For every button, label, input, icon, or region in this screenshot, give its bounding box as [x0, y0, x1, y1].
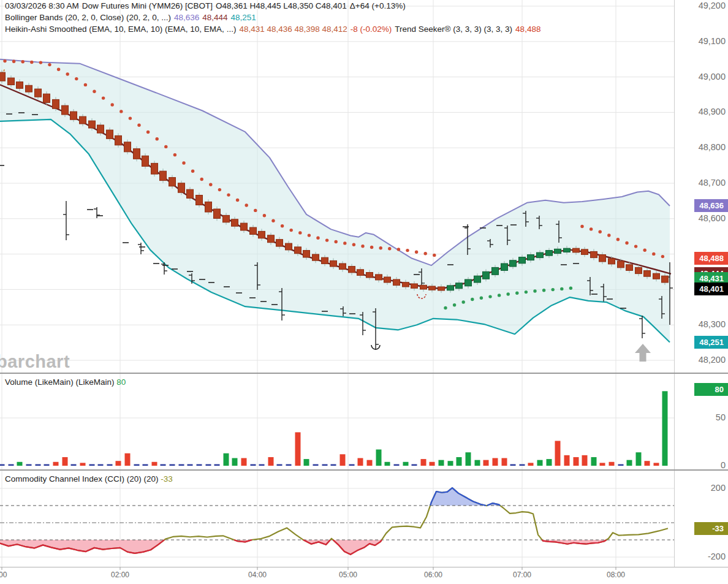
- cci-title-text: Commodity Channel Index (CCI) (20) (20): [5, 474, 159, 484]
- quote-symbol: Dow Futures Mini (YMM26) [CBOT]: [82, 1, 213, 10]
- price-axis-label: 48,300: [689, 319, 726, 329]
- heikin-ashi-change: -8 (-0.02%): [351, 25, 392, 34]
- bollinger-middle-value: 48,444: [202, 13, 227, 22]
- price-axis-border: [674, 0, 675, 567]
- price-badge: 48,251: [694, 336, 728, 349]
- chart-canvas[interactable]: [0, 0, 728, 584]
- bollinger-upper-value: 48,636: [174, 13, 199, 22]
- time-axis-label: 05:00: [335, 571, 362, 579]
- price-badge: 48,488: [694, 252, 728, 265]
- time-axis-label: 08:00: [602, 571, 629, 579]
- time-axis-label: 07:00: [509, 571, 536, 579]
- signal-up-arrow-icon: [635, 344, 651, 362]
- time-axis-label: 04:00: [244, 571, 271, 579]
- price-axis-label: 48,200: [689, 355, 726, 365]
- price-badge: 48,401: [694, 283, 728, 295]
- volume-panel-title[interactable]: Volume (LikeMain) (LikeMain) 80: [5, 377, 126, 387]
- heikin-ashi-values: 48,431 48,436 48,398 48,412: [239, 25, 347, 34]
- cci-panel-title[interactable]: Commodity Channel Index (CCI) (20) (20) …: [5, 474, 173, 484]
- cci-axis-label: -200: [689, 552, 726, 561]
- price-axis-label: 48,700: [689, 178, 726, 188]
- price-axis-label: 48,900: [689, 107, 726, 116]
- legend-row-heikin-ashi[interactable]: Heikin-Ashi Smoothed (EMA, 10, EMA, 10) …: [5, 25, 544, 34]
- trend-seeker-value: 48,488: [515, 25, 540, 34]
- quote-ohlc: O48,361 H48,445 L48,350 C48,401: [216, 1, 347, 10]
- price-axis-label: 48,600: [689, 213, 726, 223]
- barchart-interactive-chart: { "colors": { "candle_red": "#b2401f", "…: [0, 0, 728, 584]
- time-axis-label: 06:00: [420, 571, 447, 579]
- barchart-watermark-logo: barchart: [0, 352, 70, 372]
- price-axis-label: 49,100: [689, 36, 726, 46]
- quote-datetime: 03/03/2026 8:30 AM: [5, 1, 79, 10]
- heikin-ashi-label: Heikin-Ashi Smoothed (EMA, 10, EMA, 10) …: [5, 25, 236, 34]
- legend-row-bollinger[interactable]: Bollinger Bands (20, 2, 0, Close) (20, 2…: [5, 13, 259, 22]
- price-axis-label: 49,200: [689, 1, 726, 10]
- cci-axis-label: 200: [689, 483, 726, 493]
- volume-badge: 80: [694, 383, 728, 396]
- quote-change: Δ+64 (+0.13%): [350, 1, 406, 10]
- price-axis-label: 49,000: [689, 72, 726, 82]
- volume-current-value: 80: [116, 377, 126, 387]
- cci-badge: -33: [694, 522, 728, 535]
- trend-seeker-label: Trend Seeker® (3, 3, 3) (3, 3, 3): [395, 25, 512, 34]
- price-axis-label: 48,800: [689, 142, 726, 152]
- panel-separator[interactable]: [0, 469, 728, 471]
- volume-axis-label: 0: [689, 460, 726, 470]
- time-axis-label: 02:00: [107, 571, 134, 579]
- price-badge: 48,636: [694, 199, 728, 212]
- bollinger-lower-value: 48,251: [230, 13, 256, 22]
- volume-axis-label: 50: [689, 412, 726, 422]
- legend-row-quote: 03/03/2026 8:30 AMDow Futures Mini (YMM2…: [5, 1, 409, 10]
- volume-title-text: Volume (LikeMain) (LikeMain): [5, 377, 115, 387]
- cci-current-value: -33: [161, 474, 173, 484]
- bollinger-label: Bollinger Bands (20, 2, 0, Close) (20, 2…: [5, 13, 171, 22]
- time-axis-label: 00: [0, 571, 11, 579]
- time-axis-border: [0, 567, 728, 567]
- panel-separator[interactable]: [0, 373, 728, 374]
